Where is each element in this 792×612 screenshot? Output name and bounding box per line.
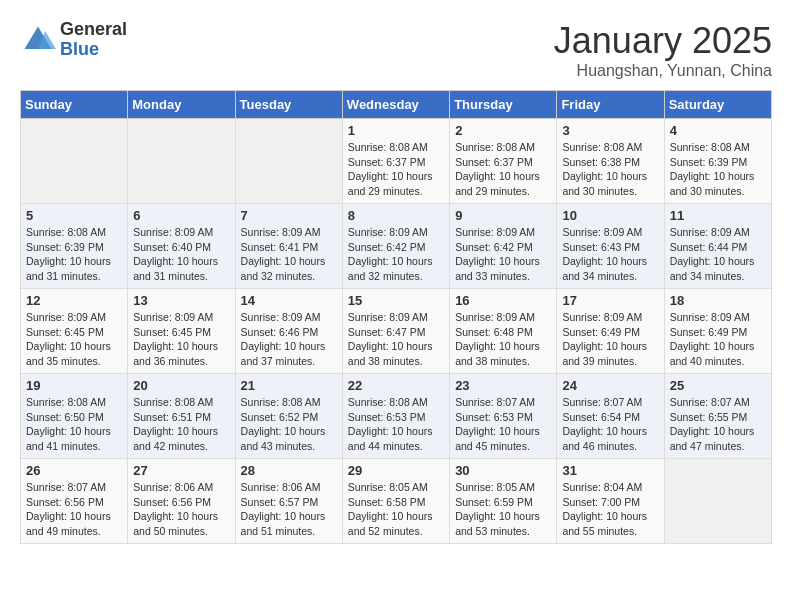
day-info: Sunrise: 8:08 AM Sunset: 6:52 PM Dayligh… (241, 395, 337, 454)
day-info: Sunrise: 8:09 AM Sunset: 6:45 PM Dayligh… (133, 310, 229, 369)
day-number: 15 (348, 293, 444, 308)
day-number: 5 (26, 208, 122, 223)
table-row: 15Sunrise: 8:09 AM Sunset: 6:47 PM Dayli… (342, 289, 449, 374)
logo: General Blue (20, 20, 127, 60)
week-row-4: 19Sunrise: 8:08 AM Sunset: 6:50 PM Dayli… (21, 374, 772, 459)
logo-icon (20, 22, 56, 58)
day-number: 21 (241, 378, 337, 393)
header: General Blue January 2025 Huangshan, Yun… (20, 20, 772, 80)
table-row: 12Sunrise: 8:09 AM Sunset: 6:45 PM Dayli… (21, 289, 128, 374)
table-row: 11Sunrise: 8:09 AM Sunset: 6:44 PM Dayli… (664, 204, 771, 289)
table-row: 3Sunrise: 8:08 AM Sunset: 6:38 PM Daylig… (557, 119, 664, 204)
day-info: Sunrise: 8:08 AM Sunset: 6:39 PM Dayligh… (26, 225, 122, 284)
day-info: Sunrise: 8:06 AM Sunset: 6:56 PM Dayligh… (133, 480, 229, 539)
day-number: 25 (670, 378, 766, 393)
day-number: 27 (133, 463, 229, 478)
day-number: 19 (26, 378, 122, 393)
table-row: 26Sunrise: 8:07 AM Sunset: 6:56 PM Dayli… (21, 459, 128, 544)
table-row (664, 459, 771, 544)
day-info: Sunrise: 8:09 AM Sunset: 6:41 PM Dayligh… (241, 225, 337, 284)
weekday-friday: Friday (557, 91, 664, 119)
week-row-3: 12Sunrise: 8:09 AM Sunset: 6:45 PM Dayli… (21, 289, 772, 374)
table-row: 21Sunrise: 8:08 AM Sunset: 6:52 PM Dayli… (235, 374, 342, 459)
table-row (235, 119, 342, 204)
weekday-wednesday: Wednesday (342, 91, 449, 119)
table-row: 4Sunrise: 8:08 AM Sunset: 6:39 PM Daylig… (664, 119, 771, 204)
table-row: 23Sunrise: 8:07 AM Sunset: 6:53 PM Dayli… (450, 374, 557, 459)
table-row: 6Sunrise: 8:09 AM Sunset: 6:40 PM Daylig… (128, 204, 235, 289)
table-row: 22Sunrise: 8:08 AM Sunset: 6:53 PM Dayli… (342, 374, 449, 459)
day-number: 6 (133, 208, 229, 223)
logo-text: General Blue (60, 20, 127, 60)
day-number: 18 (670, 293, 766, 308)
calendar-table: SundayMondayTuesdayWednesdayThursdayFrid… (20, 90, 772, 544)
day-number: 29 (348, 463, 444, 478)
weekday-monday: Monday (128, 91, 235, 119)
day-number: 12 (26, 293, 122, 308)
week-row-1: 1Sunrise: 8:08 AM Sunset: 6:37 PM Daylig… (21, 119, 772, 204)
day-info: Sunrise: 8:08 AM Sunset: 6:37 PM Dayligh… (348, 140, 444, 199)
table-row (21, 119, 128, 204)
table-row: 20Sunrise: 8:08 AM Sunset: 6:51 PM Dayli… (128, 374, 235, 459)
day-number: 1 (348, 123, 444, 138)
table-row: 8Sunrise: 8:09 AM Sunset: 6:42 PM Daylig… (342, 204, 449, 289)
day-number: 3 (562, 123, 658, 138)
day-info: Sunrise: 8:09 AM Sunset: 6:49 PM Dayligh… (670, 310, 766, 369)
day-info: Sunrise: 8:09 AM Sunset: 6:48 PM Dayligh… (455, 310, 551, 369)
day-number: 7 (241, 208, 337, 223)
table-row: 30Sunrise: 8:05 AM Sunset: 6:59 PM Dayli… (450, 459, 557, 544)
day-number: 17 (562, 293, 658, 308)
table-row: 1Sunrise: 8:08 AM Sunset: 6:37 PM Daylig… (342, 119, 449, 204)
day-number: 28 (241, 463, 337, 478)
day-info: Sunrise: 8:09 AM Sunset: 6:44 PM Dayligh… (670, 225, 766, 284)
day-number: 30 (455, 463, 551, 478)
logo-blue-text: Blue (60, 40, 127, 60)
table-row: 10Sunrise: 8:09 AM Sunset: 6:43 PM Dayli… (557, 204, 664, 289)
day-number: 11 (670, 208, 766, 223)
title-area: January 2025 Huangshan, Yunnan, China (554, 20, 772, 80)
day-info: Sunrise: 8:04 AM Sunset: 7:00 PM Dayligh… (562, 480, 658, 539)
day-info: Sunrise: 8:09 AM Sunset: 6:42 PM Dayligh… (455, 225, 551, 284)
weekday-thursday: Thursday (450, 91, 557, 119)
table-row: 18Sunrise: 8:09 AM Sunset: 6:49 PM Dayli… (664, 289, 771, 374)
day-number: 26 (26, 463, 122, 478)
table-row (128, 119, 235, 204)
week-row-2: 5Sunrise: 8:08 AM Sunset: 6:39 PM Daylig… (21, 204, 772, 289)
table-row: 7Sunrise: 8:09 AM Sunset: 6:41 PM Daylig… (235, 204, 342, 289)
weekday-saturday: Saturday (664, 91, 771, 119)
calendar-title: January 2025 (554, 20, 772, 62)
day-number: 24 (562, 378, 658, 393)
day-number: 9 (455, 208, 551, 223)
logo-general-text: General (60, 20, 127, 40)
day-number: 13 (133, 293, 229, 308)
table-row: 16Sunrise: 8:09 AM Sunset: 6:48 PM Dayli… (450, 289, 557, 374)
table-row: 31Sunrise: 8:04 AM Sunset: 7:00 PM Dayli… (557, 459, 664, 544)
calendar-subtitle: Huangshan, Yunnan, China (554, 62, 772, 80)
table-row: 19Sunrise: 8:08 AM Sunset: 6:50 PM Dayli… (21, 374, 128, 459)
day-info: Sunrise: 8:08 AM Sunset: 6:53 PM Dayligh… (348, 395, 444, 454)
day-info: Sunrise: 8:07 AM Sunset: 6:56 PM Dayligh… (26, 480, 122, 539)
week-row-5: 26Sunrise: 8:07 AM Sunset: 6:56 PM Dayli… (21, 459, 772, 544)
day-number: 4 (670, 123, 766, 138)
day-info: Sunrise: 8:09 AM Sunset: 6:42 PM Dayligh… (348, 225, 444, 284)
day-info: Sunrise: 8:07 AM Sunset: 6:54 PM Dayligh… (562, 395, 658, 454)
table-row: 24Sunrise: 8:07 AM Sunset: 6:54 PM Dayli… (557, 374, 664, 459)
table-row: 27Sunrise: 8:06 AM Sunset: 6:56 PM Dayli… (128, 459, 235, 544)
day-info: Sunrise: 8:06 AM Sunset: 6:57 PM Dayligh… (241, 480, 337, 539)
table-row: 29Sunrise: 8:05 AM Sunset: 6:58 PM Dayli… (342, 459, 449, 544)
day-info: Sunrise: 8:05 AM Sunset: 6:58 PM Dayligh… (348, 480, 444, 539)
day-info: Sunrise: 8:09 AM Sunset: 6:43 PM Dayligh… (562, 225, 658, 284)
day-info: Sunrise: 8:07 AM Sunset: 6:53 PM Dayligh… (455, 395, 551, 454)
day-number: 22 (348, 378, 444, 393)
day-info: Sunrise: 8:07 AM Sunset: 6:55 PM Dayligh… (670, 395, 766, 454)
weekday-row: SundayMondayTuesdayWednesdayThursdayFrid… (21, 91, 772, 119)
table-row: 14Sunrise: 8:09 AM Sunset: 6:46 PM Dayli… (235, 289, 342, 374)
day-number: 20 (133, 378, 229, 393)
day-info: Sunrise: 8:05 AM Sunset: 6:59 PM Dayligh… (455, 480, 551, 539)
weekday-sunday: Sunday (21, 91, 128, 119)
table-row: 13Sunrise: 8:09 AM Sunset: 6:45 PM Dayli… (128, 289, 235, 374)
day-info: Sunrise: 8:08 AM Sunset: 6:51 PM Dayligh… (133, 395, 229, 454)
table-row: 9Sunrise: 8:09 AM Sunset: 6:42 PM Daylig… (450, 204, 557, 289)
day-info: Sunrise: 8:08 AM Sunset: 6:37 PM Dayligh… (455, 140, 551, 199)
table-row: 2Sunrise: 8:08 AM Sunset: 6:37 PM Daylig… (450, 119, 557, 204)
